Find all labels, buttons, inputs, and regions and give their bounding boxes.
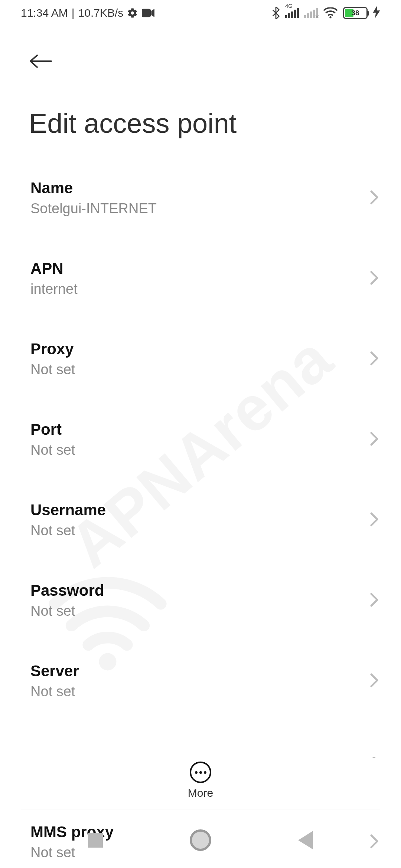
item-proxy[interactable]: Proxy Not set bbox=[0, 319, 401, 399]
wifi-icon bbox=[323, 7, 338, 19]
system-nav-bar bbox=[0, 812, 401, 868]
no-sim-x-icon: ✕ bbox=[315, 14, 319, 20]
item-username[interactable]: Username Not set bbox=[0, 480, 401, 560]
chevron-right-icon bbox=[370, 673, 379, 689]
item-label: APN bbox=[30, 260, 371, 277]
gear-icon bbox=[127, 7, 138, 19]
item-label: Server bbox=[30, 662, 371, 680]
signal-sim1: 4G bbox=[285, 8, 299, 18]
signal-4g-label: 4G bbox=[285, 3, 293, 9]
item-label: Username bbox=[30, 501, 371, 519]
item-value: Not set bbox=[30, 523, 371, 539]
item-label: Name bbox=[30, 179, 371, 197]
page-title: Edit access point bbox=[0, 70, 401, 154]
item-value: Sotelgui-INTERNET bbox=[30, 201, 371, 217]
status-bar: 11:34 AM | 10.7KB/s 4G ✕ bbox=[0, 0, 401, 26]
item-value: Not set bbox=[30, 442, 371, 458]
bluetooth-icon bbox=[272, 7, 280, 19]
status-time: 11:34 AM bbox=[21, 7, 68, 19]
more-button[interactable]: More bbox=[0, 758, 401, 799]
chevron-right-icon bbox=[370, 351, 379, 367]
back-button[interactable] bbox=[29, 52, 54, 70]
charging-bolt-icon bbox=[373, 6, 380, 21]
more-label: More bbox=[188, 787, 213, 799]
nav-home-button[interactable] bbox=[190, 829, 211, 851]
svg-rect-0 bbox=[142, 9, 151, 17]
item-value: Not set bbox=[30, 603, 371, 619]
status-speed: 10.7KB/s bbox=[78, 7, 124, 19]
chevron-right-icon bbox=[370, 592, 379, 609]
item-value: internet bbox=[30, 281, 371, 297]
item-server[interactable]: Server Not set bbox=[0, 641, 401, 721]
item-password[interactable]: Password Not set bbox=[0, 560, 401, 641]
item-value: Not set bbox=[30, 362, 371, 378]
chevron-right-icon bbox=[370, 190, 379, 206]
battery-icon: 38 bbox=[343, 7, 368, 19]
status-right: 4G ✕ 38 bbox=[272, 6, 380, 21]
battery-percent: 38 bbox=[344, 8, 366, 18]
chevron-right-icon bbox=[370, 270, 379, 287]
status-left: 11:34 AM | 10.7KB/s bbox=[21, 7, 154, 19]
item-label: Password bbox=[30, 582, 371, 599]
item-apn[interactable]: APN internet bbox=[0, 238, 401, 319]
nav-back-button[interactable] bbox=[298, 831, 313, 849]
chevron-right-icon bbox=[370, 431, 379, 448]
item-value: Not set bbox=[30, 684, 371, 700]
more-icon bbox=[190, 762, 211, 783]
status-sep: | bbox=[72, 7, 75, 19]
video-camera-icon bbox=[142, 9, 154, 17]
signal-sim2: ✕ bbox=[304, 8, 318, 18]
item-label: Proxy bbox=[30, 340, 371, 358]
svg-point-1 bbox=[329, 16, 331, 18]
nav-recent-apps-button[interactable] bbox=[88, 833, 103, 848]
bottom-divider bbox=[21, 809, 380, 809]
item-label: Port bbox=[30, 421, 371, 438]
item-name[interactable]: Name Sotelgui-INTERNET bbox=[0, 158, 401, 238]
chevron-right-icon bbox=[370, 512, 379, 528]
item-port[interactable]: Port Not set bbox=[0, 399, 401, 480]
